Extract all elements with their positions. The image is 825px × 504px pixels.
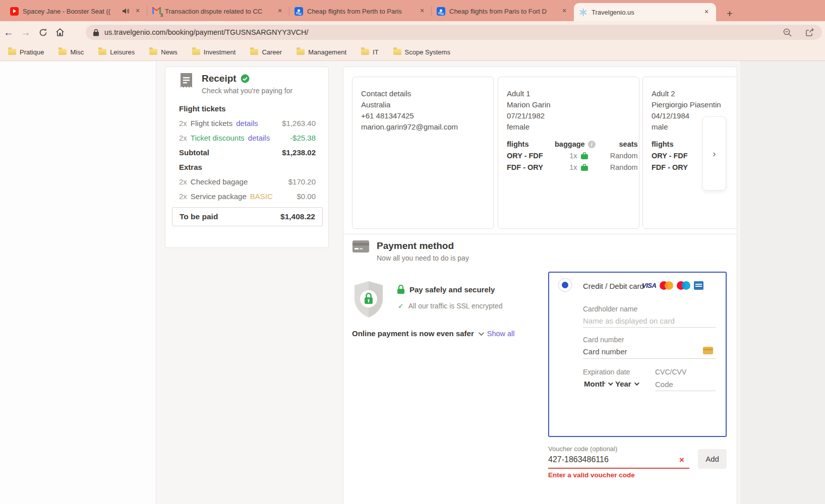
- details-link[interactable]: details: [236, 119, 258, 128]
- chevron-down-icon: [608, 381, 613, 386]
- line-label: Service package: [191, 192, 247, 201]
- browser-toolbar: ← → us.travelgenio.com/booking/payment/T…: [0, 21, 825, 43]
- tab-flights-paris-fort[interactable]: Cheap flights from Paris to Fort D ×: [432, 1, 574, 21]
- forward-icon[interactable]: →: [17, 27, 34, 38]
- tab-audio-icon[interactable]: [122, 8, 129, 15]
- browser-window: Spacey Jane - Booster Seat (( × 3 Transa…: [0, 0, 825, 504]
- bookmark-folder-pratique[interactable]: Pratique: [8, 48, 44, 56]
- receipt-subtitle: Check what you're paying for: [202, 87, 292, 95]
- amex-logo: [694, 281, 703, 290]
- url-text: us.travelgenio.com/booking/payment/TGUSN…: [104, 28, 309, 36]
- total-amount: $1,408.22: [280, 212, 315, 221]
- next-passenger-button[interactable]: ›: [702, 116, 726, 191]
- folder-icon: [58, 49, 67, 55]
- bookmark-folder-career[interactable]: Career: [250, 48, 282, 56]
- line-amount: $0.00: [297, 192, 316, 201]
- tab-gmail[interactable]: 3 Transaction dispute related to CC ×: [147, 1, 289, 21]
- cardholder-label: Cardholder name: [583, 305, 637, 313]
- flight-route: FDF - ORY: [507, 162, 555, 173]
- bookmark-folder-scope-systems[interactable]: Scope Systems: [393, 48, 450, 56]
- receipt-panel: Receipt Check what you're paying for Fli…: [165, 67, 329, 248]
- tab-flights-perth-paris[interactable]: Cheap flights from Perth to Paris ×: [289, 1, 432, 21]
- month-select[interactable]: Month: [584, 380, 612, 388]
- page-content: Receipt Check what you're paying for Fli…: [0, 61, 825, 504]
- line-label: Ticket discounts: [191, 134, 245, 142]
- bookmark-folder-it[interactable]: IT: [361, 48, 379, 56]
- left-gutter: [0, 61, 156, 504]
- voucher-add-button[interactable]: Add: [698, 449, 727, 469]
- booking-summary-panel: Contact details Australia +61 481347425 …: [343, 67, 737, 238]
- flight-route: ORY - FDF: [652, 150, 699, 161]
- line-amount: $170.20: [288, 177, 316, 186]
- year-select[interactable]: Year: [615, 380, 638, 388]
- bookmark-folder-management[interactable]: Management: [297, 48, 346, 56]
- lock-icon: [93, 29, 99, 36]
- address-bar[interactable]: us.travelgenio.com/booking/payment/TGUSN…: [86, 25, 822, 40]
- show-all-link[interactable]: Show all: [487, 330, 515, 338]
- tab-close-icon[interactable]: ×: [702, 8, 711, 17]
- receipt-line-flight-tickets: 2x Flight tickets details $1,263.40: [179, 119, 316, 128]
- input-underline: [655, 391, 716, 391]
- tab-title: Travelgenio.us: [592, 9, 698, 16]
- folder-icon: [297, 49, 305, 55]
- bookmark-label: Misc: [70, 48, 84, 56]
- folder-icon: [250, 49, 258, 55]
- new-tab-button[interactable]: +: [722, 6, 737, 21]
- passenger-gender: female: [507, 121, 632, 133]
- cvc-input[interactable]: Code: [655, 380, 673, 389]
- bookmark-label: Pratique: [20, 48, 44, 56]
- voucher-error-message: Enter a valid voucher code: [548, 471, 635, 479]
- back-icon[interactable]: ←: [0, 27, 17, 38]
- tab-title: Spacey Jane - Booster Seat ((: [23, 8, 118, 15]
- baggage-icon: [580, 164, 588, 171]
- flight-search-icon: [294, 7, 303, 16]
- verified-check-icon: [241, 74, 250, 83]
- tab-title: Transaction dispute related to CC: [165, 8, 271, 15]
- tab-close-icon[interactable]: ×: [133, 7, 142, 16]
- voucher-clear-icon[interactable]: ×: [679, 455, 684, 465]
- zoom-out-icon[interactable]: [783, 28, 792, 37]
- share-icon[interactable]: [805, 28, 815, 37]
- payment-method-panel: Payment method Now all you need to do is…: [343, 234, 737, 504]
- tab-close-icon[interactable]: ×: [560, 7, 569, 16]
- ssl-note: All our traffic is SSL encrypted: [408, 302, 503, 310]
- contact-title: Contact details: [361, 88, 487, 99]
- voucher-input[interactable]: 427-1863486116: [548, 455, 609, 464]
- line-label: Checked bagage: [191, 177, 248, 186]
- details-link[interactable]: details: [248, 134, 270, 142]
- lock-icon-green: [397, 285, 405, 294]
- reload-icon[interactable]: [34, 28, 51, 37]
- bookmark-folder-news[interactable]: News: [149, 48, 178, 56]
- baggage-info-icon[interactable]: i: [588, 141, 596, 148]
- bookmark-folder-misc[interactable]: Misc: [58, 48, 84, 56]
- home-icon[interactable]: [51, 27, 69, 37]
- passenger-card-adult-1: Adult 1 Marion Garin 07/21/1982 female f…: [498, 77, 639, 229]
- card-option-label: Credit / Debit card: [583, 282, 644, 290]
- flight-search-icon: [437, 7, 445, 16]
- card-number-label: Card number: [583, 336, 624, 344]
- card-number-input[interactable]: Card number: [583, 347, 627, 356]
- receipt-icon: [180, 73, 193, 95]
- credit-card-icon: [352, 240, 369, 262]
- bookmark-label: IT: [373, 48, 379, 56]
- flight-route: ORY - FDF: [507, 150, 555, 161]
- col-flights: flights: [652, 139, 699, 150]
- contact-country: Australia: [361, 99, 487, 110]
- cardholder-input[interactable]: Name as displayed on card: [583, 317, 675, 325]
- credit-card-radio[interactable]: [558, 278, 572, 292]
- contact-phone: +61 481347425: [361, 110, 487, 121]
- input-underline: [583, 327, 716, 328]
- payment-subtitle: Now all you need to do is pay: [377, 254, 469, 262]
- line-label: Flight tickets: [191, 119, 232, 128]
- credit-card-form: Credit / Debit card VISA Cardholder name…: [548, 272, 727, 437]
- col-seats: seats: [603, 139, 638, 150]
- tab-travelgenio-active[interactable]: Travelgenio.us ×: [574, 3, 716, 21]
- input-underline: [583, 358, 716, 359]
- receipt-line-checked-bagage: 2x Checked bagage $170.20: [179, 177, 316, 186]
- tab-youtube[interactable]: Spacey Jane - Booster Seat (( ×: [5, 1, 147, 21]
- tab-close-icon[interactable]: ×: [418, 7, 427, 16]
- tab-close-icon[interactable]: ×: [275, 7, 284, 16]
- bookmark-folder-leisures[interactable]: Leisures: [98, 48, 135, 56]
- passenger-title: Adult 2: [652, 88, 737, 99]
- bookmark-folder-investment[interactable]: Investment: [192, 48, 236, 56]
